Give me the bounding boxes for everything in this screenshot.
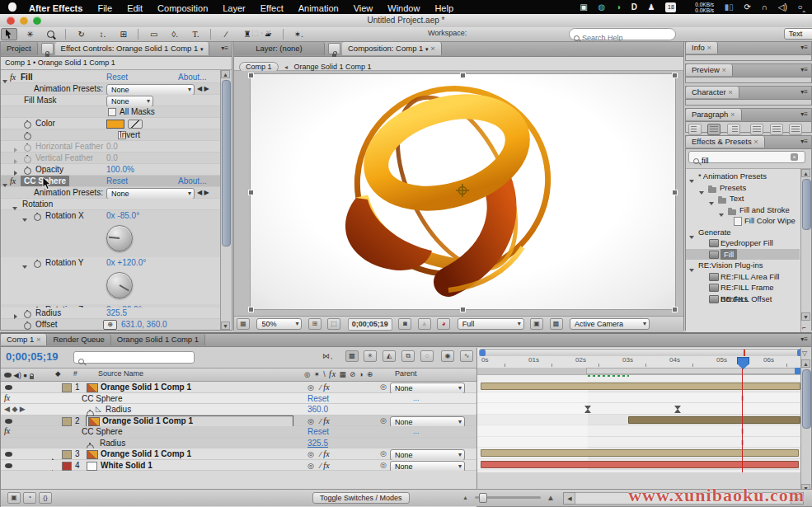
selection-handle[interactable]	[672, 190, 678, 195]
pickwhip-icon[interactable]: ◎	[380, 415, 387, 426]
preset-prev-next-arrows[interactable]: ◀ ▶	[197, 187, 209, 198]
selection-handle[interactable]	[672, 73, 678, 78]
layer-row-4[interactable]: 4 White Solid 1 ◎ ∕ fx ◎ None	[1, 460, 476, 472]
tab-effect-controls[interactable]: Effect Controls: Orange Solid 1 Comp 1 ▾	[55, 42, 210, 55]
radius-value[interactable]: 325.5	[106, 307, 127, 318]
brackets-icon[interactable]: {}	[39, 492, 52, 504]
selection-handle[interactable]	[672, 307, 678, 312]
offset-value[interactable]: 631.0, 360.0	[121, 319, 167, 330]
effect-controls-scrollbar[interactable]: ▲ ▼	[220, 70, 231, 330]
layer-switches[interactable]: ◎ ∕ fx	[307, 460, 330, 472]
reset-link[interactable]: Reset	[307, 426, 329, 437]
selection-handle[interactable]	[248, 307, 254, 312]
brush-tool[interactable]: ∕	[218, 28, 234, 40]
apple-menu-icon[interactable]	[8, 2, 16, 12]
puppet-pin-tool[interactable]: ✶.	[290, 28, 307, 40]
panel-menu-icon[interactable]: ▾≡	[800, 64, 808, 76]
radius-value[interactable]: 325.5	[307, 438, 328, 448]
tree-item-fill-and-stroke[interactable]: Fill and Stroke	[686, 204, 800, 216]
eyedropper-icon[interactable]	[128, 120, 143, 129]
panel-menu-icon[interactable]: ▾≡	[800, 109, 808, 120]
reset-link[interactable]: Reset	[307, 393, 329, 404]
tree-item-eyedropper-fill[interactable]: Eyedropper Fill	[686, 237, 800, 249]
label-color-chip[interactable]	[62, 450, 72, 459]
eye-icon[interactable]	[5, 452, 12, 457]
all-masks-checkbox[interactable]	[108, 108, 116, 116]
draft-3d-icon[interactable]: ✳	[364, 350, 377, 362]
tree-item-generate[interactable]: Generate	[686, 227, 800, 238]
layer-name[interactable]: White Solid 1	[101, 460, 153, 471]
live-update-icon[interactable]: ▩	[345, 350, 359, 362]
layer-row-2-selected[interactable]: 2 Orange Solid 1 Comp 1 ◎ ∕ fx ◎ None	[1, 415, 476, 427]
rotation-y-dial[interactable]	[106, 272, 133, 298]
panel-menu-icon[interactable]: ▾≡	[800, 87, 808, 98]
preset-prev-next-arrows[interactable]: ◀ ▶	[197, 83, 209, 94]
transparency-grid-icon[interactable]: ▩	[550, 318, 563, 330]
layer-name[interactable]: Orange Solid 1 Comp 1	[101, 448, 191, 459]
parent-header[interactable]: Parent	[395, 369, 417, 378]
time-ruler[interactable]: 0s 01s 02s 03s 04s 05s 06s	[477, 356, 805, 369]
volume-icon[interactable]: ◁)	[778, 2, 787, 12]
tree-item-refill-offset[interactable]: RE:FILL Offset	[686, 293, 800, 305]
close-tab-icon[interactable]: ×	[430, 44, 435, 53]
tree-item-revision-plugins[interactable]: RE:Vision Plug-ins	[686, 260, 800, 271]
hand-tool[interactable]: ✳	[21, 28, 38, 40]
frame-blend-icon[interactable]: ⧉	[401, 350, 415, 362]
property-row-radius-2[interactable]: Radius 325.5	[1, 438, 476, 449]
layer-row-3[interactable]: 3 Orange Solid 1 Comp 1 ◎ ∕ fx ◎ None	[1, 448, 476, 460]
work-area-end-handle[interactable]	[795, 368, 800, 374]
spotlight-icon[interactable]: ○‸	[798, 2, 805, 12]
justify-last-right-button[interactable]	[789, 124, 802, 135]
opacity-value[interactable]: 100.0%	[106, 164, 134, 175]
timeline-timecode[interactable]: 0;00;05;19	[6, 350, 59, 363]
navigator-start-handle[interactable]	[480, 350, 486, 356]
radius-value[interactable]: 360.0	[307, 404, 328, 415]
h-feather-stopwatch-icon[interactable]	[24, 144, 31, 152]
tree-item-fill[interactable]: Fill	[686, 249, 800, 261]
pickwhip-icon[interactable]: ◎	[380, 460, 387, 471]
panel-lock-icon[interactable]	[41, 43, 54, 54]
layer-bar-3[interactable]	[481, 449, 799, 457]
timeline-search-input[interactable]	[87, 357, 184, 366]
panel-menu-icon[interactable]: ▾≡	[800, 334, 808, 345]
selection-handle[interactable]	[460, 73, 466, 78]
zoom-out-mountain-icon[interactable]: ▲	[462, 495, 468, 500]
breadcrumb-item[interactable]: Orange Solid 1 Comp 1	[293, 63, 371, 71]
zoom-in-mountain-icon[interactable]: ▲	[547, 493, 555, 502]
pen-tool[interactable]: ◊.	[167, 28, 183, 40]
align-center-button[interactable]	[707, 124, 720, 135]
camera-dropdown[interactable]: Active Camera	[570, 318, 650, 330]
source-name-header[interactable]: Source Name	[98, 369, 143, 378]
tab-project[interactable]: Project	[1, 42, 38, 55]
viewer-pasteboard[interactable]	[234, 71, 683, 316]
show-snapshot-icon[interactable]: ▲	[418, 318, 431, 330]
fill-mask-dropdown[interactable]: None	[106, 96, 153, 107]
layer-name[interactable]: Orange Solid 1 Comp 1	[102, 415, 193, 426]
tab-effects-presets[interactable]: Effects & Presets ×	[686, 136, 765, 148]
network-speed[interactable]: 0.0KB/s0.0KB/s	[687, 2, 714, 13]
always-preview-icon[interactable]: ▦	[237, 318, 250, 330]
radius-stopwatch-icon[interactable]	[24, 311, 31, 318]
selection-tool[interactable]	[1, 28, 17, 40]
sync-orb-icon[interactable]: ◍	[598, 2, 605, 12]
magnification-dropdown[interactable]: 50%	[256, 318, 302, 330]
tree-item-refill-area-fill[interactable]: RE:FILL Area Fill	[686, 271, 800, 283]
pickwhip-icon[interactable]: ◎	[380, 382, 387, 392]
work-area-bar[interactable]	[477, 368, 805, 375]
layer-switches[interactable]: ◎ ∕ fx	[307, 448, 330, 460]
cc-sphere-animation-presets-dropdown[interactable]: None	[106, 188, 195, 200]
eye-icon[interactable]	[5, 385, 12, 390]
effect-row-cc-sphere-1[interactable]: fx CC Sphere Reset ...	[1, 393, 476, 405]
align-right-button[interactable]	[727, 124, 740, 135]
property-row-radius-1[interactable]: ◀ ◆ ▶ ◺ Radius 360.0	[1, 404, 476, 415]
effect-fill-header[interactable]: fx Fill Reset About...	[1, 72, 220, 83]
tree-item-fill-color-wipe[interactable]: Fill Color Wipe	[686, 215, 800, 227]
screen-record-icon[interactable]: ▣	[580, 2, 587, 12]
type-tool[interactable]: T.	[188, 28, 204, 40]
rotation-y-stopwatch-icon[interactable]	[34, 261, 41, 268]
calendar-icon[interactable]: 18	[665, 2, 676, 12]
composition-canvas[interactable]	[251, 74, 675, 309]
pan-behind-tool[interactable]: ⊞	[115, 28, 132, 40]
rotation-tool[interactable]: ↻	[73, 28, 90, 40]
tab-character[interactable]: Character ×	[686, 87, 739, 98]
